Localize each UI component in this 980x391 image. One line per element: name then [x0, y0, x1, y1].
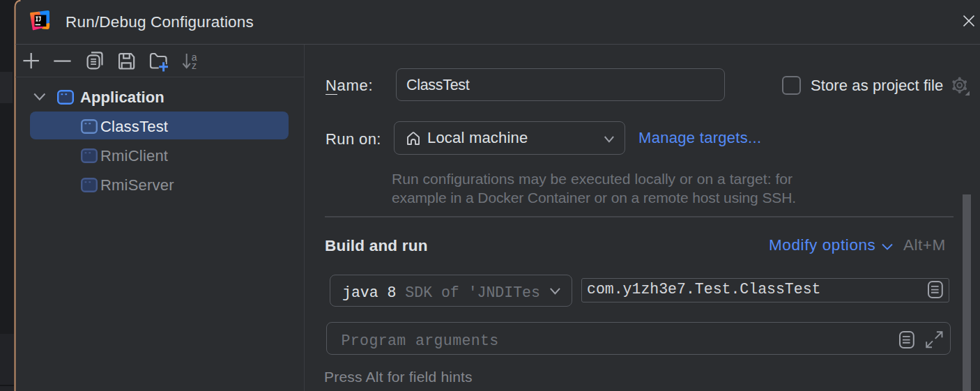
svg-text:z: z	[192, 60, 197, 71]
